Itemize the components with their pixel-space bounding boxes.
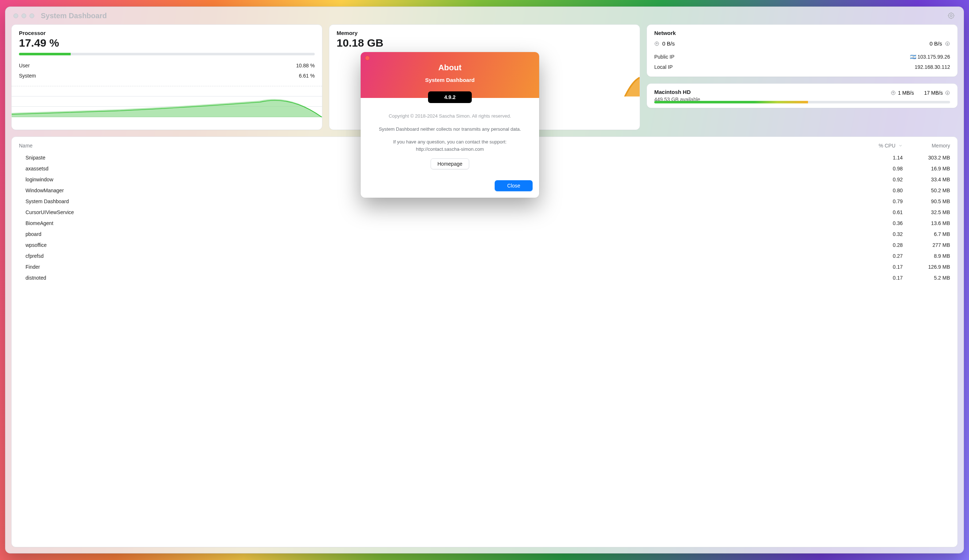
- process-memory: 126.9 MB: [903, 264, 950, 270]
- network-download: 0 B/s: [930, 40, 950, 47]
- processor-user-row: User 10.88 %: [19, 60, 315, 71]
- public-ip-value: 🇦🇷 103.175.99.26: [910, 54, 950, 60]
- process-name: BiomeAgent: [19, 220, 859, 226]
- process-cpu: 0.17: [859, 264, 903, 270]
- process-memory: 50.2 MB: [903, 188, 950, 193]
- flag-icon: 🇦🇷: [910, 54, 916, 60]
- process-cpu: 0.28: [859, 242, 903, 248]
- table-row[interactable]: distnoted0.175.2 MB: [19, 273, 950, 283]
- network-title: Network: [654, 30, 950, 36]
- table-row[interactable]: CursorUIViewService0.6132.5 MB: [19, 207, 950, 218]
- processor-user-label: User: [19, 63, 30, 68]
- process-cpu: 0.17: [859, 275, 903, 281]
- table-row[interactable]: wpsoffice0.28277 MB: [19, 239, 950, 251]
- window-controls: [13, 13, 34, 18]
- disk-card: Macintosh HD 449.53 GB available 1 MB/s …: [647, 83, 958, 108]
- network-card: Network 0 B/s 0 B/s Public IP: [647, 24, 958, 77]
- network-download-value: 0 B/s: [930, 40, 942, 47]
- about-version: 4.9.2: [428, 91, 472, 103]
- col-memory[interactable]: Memory: [903, 143, 950, 149]
- arrow-up-icon: [891, 90, 896, 95]
- process-cpu: 0.32: [859, 231, 903, 237]
- processor-bar: [19, 53, 315, 55]
- process-memory: 13.6 MB: [903, 220, 950, 226]
- network-upload: 0 B/s: [654, 40, 675, 47]
- local-ip-label: Local IP: [654, 64, 673, 70]
- window-close-button[interactable]: [13, 13, 18, 18]
- table-row[interactable]: pboard0.326.7 MB: [19, 229, 950, 239]
- about-title: About: [361, 63, 539, 73]
- col-cpu[interactable]: % CPU: [859, 143, 903, 149]
- window-zoom-button[interactable]: [30, 13, 34, 18]
- arrow-down-icon: [945, 41, 950, 46]
- svg-point-1: [950, 15, 952, 17]
- public-ip-row: Public IP 🇦🇷 103.175.99.26: [654, 52, 950, 62]
- process-name: pboard: [19, 231, 859, 237]
- process-cpu: 1.14: [859, 155, 903, 161]
- about-app-name: System Dashboard: [361, 77, 539, 83]
- public-ip-label: Public IP: [654, 54, 674, 60]
- process-name: cfprefsd: [19, 253, 859, 259]
- homepage-button[interactable]: Homepage: [431, 158, 470, 169]
- gear-icon: [947, 12, 955, 20]
- process-memory: 16.9 MB: [903, 166, 950, 171]
- processor-value: 17.49 %: [19, 37, 315, 49]
- processor-user-value: 10.88 %: [296, 63, 315, 68]
- process-memory: 303.2 MB: [903, 155, 950, 161]
- arrow-down-icon: [945, 90, 950, 95]
- processor-card: Processor 17.49 % User 10.88 % System 6.…: [11, 24, 322, 130]
- process-name: CursorUIViewService: [19, 209, 859, 215]
- local-ip-value: 192.168.30.112: [915, 64, 950, 70]
- process-memory: 5.2 MB: [903, 275, 950, 281]
- process-cpu: 0.80: [859, 188, 903, 193]
- disk-read: 1 MB/s: [891, 90, 914, 96]
- process-table: Name % CPU Memory Snipaste1.14303.2 MBax…: [11, 136, 958, 547]
- window-title: System Dashboard: [41, 12, 107, 20]
- process-cpu: 0.27: [859, 253, 903, 259]
- process-memory: 33.4 MB: [903, 176, 950, 183]
- process-memory: 90.5 MB: [903, 198, 950, 204]
- dialog-close-traffic-button[interactable]: [365, 56, 370, 60]
- process-memory: 8.9 MB: [903, 253, 950, 259]
- process-name: wpsoffice: [19, 242, 859, 248]
- process-memory: 277 MB: [903, 242, 950, 248]
- about-privacy: System Dashboard neither collects nor tr…: [371, 126, 529, 133]
- memory-value: 10.18 GB: [336, 37, 633, 49]
- app-window: System Dashboard Processor 17.49 % User …: [5, 7, 964, 553]
- processor-title: Processor: [19, 30, 315, 36]
- close-button[interactable]: Close: [495, 180, 533, 191]
- disk-write-value: 17 MB/s: [924, 90, 943, 96]
- arrow-up-icon: [654, 41, 659, 46]
- processor-chart: [12, 86, 322, 117]
- process-name: distnoted: [19, 275, 859, 281]
- chevron-down-icon: [898, 143, 903, 148]
- network-upload-value: 0 B/s: [662, 40, 675, 47]
- settings-button[interactable]: [947, 11, 956, 20]
- process-memory: 32.5 MB: [903, 209, 950, 215]
- process-memory: 6.7 MB: [903, 231, 950, 237]
- about-copyright: Copyright © 2018-2024 Sascha Simon. All …: [371, 113, 529, 120]
- window-minimize-button[interactable]: [22, 13, 26, 18]
- disk-bar: [654, 101, 950, 103]
- disk-read-value: 1 MB/s: [898, 90, 914, 96]
- process-cpu: 0.36: [859, 220, 903, 226]
- process-cpu: 0.98: [859, 166, 903, 171]
- about-dialog: About System Dashboard 4.9.2 Copyright ©…: [361, 52, 539, 198]
- disk-write: 17 MB/s: [924, 90, 950, 96]
- about-support: If you have any question, you can contac…: [371, 138, 529, 153]
- titlebar: System Dashboard: [11, 7, 958, 24]
- process-name: Finder: [19, 264, 859, 270]
- process-name: System Dashboard: [19, 198, 859, 204]
- table-row[interactable]: BiomeAgent0.3613.6 MB: [19, 218, 950, 229]
- processor-system-row: System 6.61 %: [19, 71, 315, 81]
- processor-system-value: 6.61 %: [299, 73, 315, 79]
- process-cpu: 0.92: [859, 176, 903, 183]
- processor-system-label: System: [19, 73, 36, 79]
- memory-title: Memory: [336, 30, 633, 36]
- process-cpu: 0.61: [859, 209, 903, 215]
- table-row[interactable]: Finder0.17126.9 MB: [19, 261, 950, 273]
- table-row[interactable]: cfprefsd0.278.9 MB: [19, 251, 950, 261]
- local-ip-row: Local IP 192.168.30.112: [654, 62, 950, 72]
- process-cpu: 0.79: [859, 198, 903, 204]
